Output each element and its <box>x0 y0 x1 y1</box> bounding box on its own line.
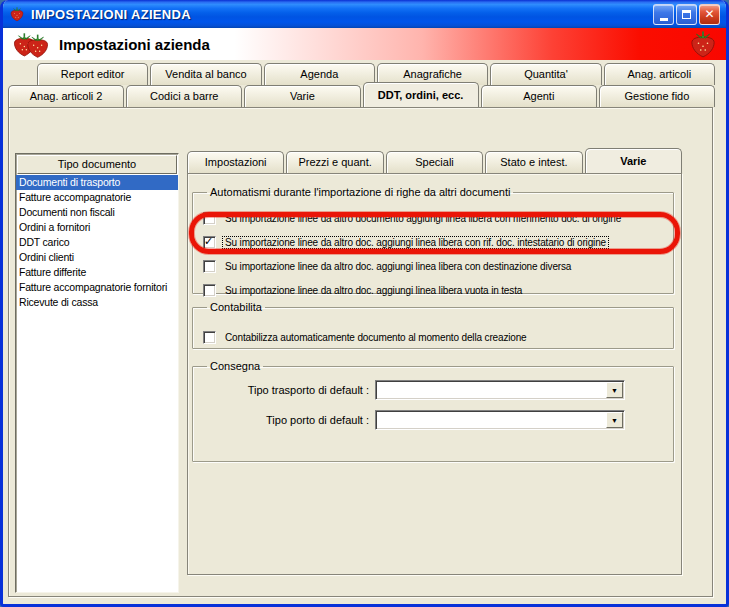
close-icon: ✕ <box>704 8 714 20</box>
tipo-porto-row: Tipo porto di default : ▼ <box>203 410 665 430</box>
checkbox-label[interactable]: Su importazione linee da altro documento… <box>223 213 623 224</box>
checkbox-label[interactable]: Su importazione linee da altro doc. aggi… <box>223 261 573 272</box>
window-title: IMPOSTAZIONI AZIENDA <box>31 7 653 22</box>
tipo-porto-combobox[interactable]: ▼ <box>375 410 625 430</box>
maximize-button[interactable] <box>676 4 697 25</box>
list-item[interactable]: Fatture accompagnatorie <box>16 190 178 205</box>
tab-speciali[interactable]: Speciali <box>386 151 483 173</box>
dialog-client-area: Report editor Vendita al banco Agenda An… <box>3 60 726 604</box>
tipo-porto-label: Tipo porto di default : <box>203 414 369 426</box>
tipo-trasporto-combobox[interactable]: ▼ <box>375 380 625 400</box>
strawberries-icon <box>11 31 51 58</box>
list-item[interactable]: DDT carico <box>16 235 178 250</box>
consegna-title: Consegna <box>207 360 263 372</box>
title-bar[interactable]: IMPOSTAZIONI AZIENDA ✕ <box>3 0 726 28</box>
outer-tab-row-2: Anag. articoli 2 Codici a barre Varie DD… <box>8 85 715 107</box>
minimize-icon <box>660 18 668 21</box>
page-title: Impostazioni azienda <box>59 36 210 53</box>
impostazioni-azienda-window: IMPOSTAZIONI AZIENDA ✕ Impostazioni azie… <box>0 0 729 607</box>
tab-varie-outer[interactable]: Varie <box>244 85 360 107</box>
tab-impostazioni[interactable]: Impostazioni <box>187 151 284 173</box>
tab-varie[interactable]: Varie <box>585 148 682 173</box>
automatismi-title: Automatismi durante l'importazione di ri… <box>207 186 513 198</box>
tab-agenti[interactable]: Agenti <box>481 85 597 107</box>
tipo-trasporto-row: Tipo trasporto di default : ▼ <box>203 380 665 400</box>
maximize-icon <box>682 10 691 19</box>
list-column-header[interactable]: Tipo documento <box>17 155 177 174</box>
contabilita-groupbox: Contabilita ✓ Contabilizza automaticamen… <box>192 301 674 349</box>
checkbox-row-vuota-in-testa: ✓ Su importazione linee da altro doc. ag… <box>203 283 665 297</box>
list-item[interactable]: Ricevute di cassa <box>16 295 178 310</box>
checkbox-row-destinazione-diversa: ✓ Su importazione linee da altro doc. ag… <box>203 259 665 273</box>
dropdown-button[interactable]: ▼ <box>606 382 623 398</box>
consegna-groupbox: Consegna Tipo trasporto di default : ▼ T… <box>192 360 674 462</box>
inner-tab-row: Impostazioni Prezzi e quant. Speciali St… <box>187 151 682 173</box>
checkbox-row-rif-doc-origine: ✓ Su importazione linee da altro documen… <box>203 211 665 225</box>
tab-ddt-ordini-ecc[interactable]: DDT, ordini, ecc. <box>363 82 479 107</box>
checkbox-label[interactable]: Su importazione linee da altro doc. aggi… <box>223 237 608 248</box>
varie-page: Automatismi durante l'importazione di ri… <box>187 173 682 575</box>
checkbox[interactable]: ✓ <box>203 331 216 344</box>
automatismi-groupbox: Automatismi durante l'importazione di ri… <box>192 186 674 294</box>
tab-quantita[interactable]: Quantita' <box>490 63 601 85</box>
strawberry-app-icon <box>9 6 25 22</box>
list-item[interactable]: Ordini a fornitori <box>16 220 178 235</box>
tab-stato-e-intest[interactable]: Stato e intest. <box>485 151 582 173</box>
list-item[interactable]: Documenti non fiscali <box>16 205 178 220</box>
ddt-ordini-panel: Tipo documento Documenti di trasporto Fa… <box>8 107 713 597</box>
tab-gestione-fido[interactable]: Gestione fido <box>599 85 715 107</box>
list-item[interactable]: Fatture accompagnatorie fornitori <box>16 280 178 295</box>
tab-codici-a-barre[interactable]: Codici a barre <box>126 85 242 107</box>
tipo-trasporto-label: Tipo trasporto di default : <box>203 384 369 396</box>
chevron-down-icon: ▼ <box>611 417 618 424</box>
tab-anag-articoli-2[interactable]: Anag. articoli 2 <box>8 85 124 107</box>
tab-agenda[interactable]: Agenda <box>264 63 375 85</box>
list-item[interactable]: Ordini clienti <box>16 250 178 265</box>
checkbox-label[interactable]: Su importazione linee da altro doc. aggi… <box>223 285 524 296</box>
checkbox-label[interactable]: Contabilizza automaticamente documento a… <box>223 332 529 343</box>
checkbox[interactable]: ✓ <box>203 212 216 225</box>
tab-report-editor[interactable]: Report editor <box>37 63 148 85</box>
list-item[interactable]: Fatture differite <box>16 265 178 280</box>
dropdown-button[interactable]: ▼ <box>606 412 623 428</box>
checkbox-row-contabilizza: ✓ Contabilizza automaticamente documento… <box>203 330 665 344</box>
close-button[interactable]: ✕ <box>699 4 720 25</box>
header-banner: Impostazioni azienda <box>3 28 726 60</box>
document-type-list: Tipo documento Documenti di trasporto Fa… <box>15 153 179 593</box>
checkbox-row-rif-doc-intestatario: ✓ Su importazione linee da altro doc. ag… <box>203 235 665 249</box>
titlebar-buttons: ✕ <box>653 4 720 25</box>
checkbox[interactable]: ✓ <box>203 236 216 249</box>
tab-vendita-al-banco[interactable]: Vendita al banco <box>150 63 261 85</box>
minimize-button[interactable] <box>653 4 674 25</box>
chevron-down-icon: ▼ <box>611 387 618 394</box>
check-icon: ✓ <box>204 235 215 248</box>
tab-prezzi-e-quant[interactable]: Prezzi e quant. <box>286 151 383 173</box>
list-item[interactable]: Documenti di trasporto <box>16 175 178 190</box>
checkbox[interactable]: ✓ <box>203 260 216 273</box>
tab-anag-articoli[interactable]: Anag. articoli <box>604 63 715 85</box>
contabilita-title: Contabilita <box>207 301 265 313</box>
checkbox[interactable]: ✓ <box>203 284 216 297</box>
strawberry-icon <box>688 29 718 59</box>
